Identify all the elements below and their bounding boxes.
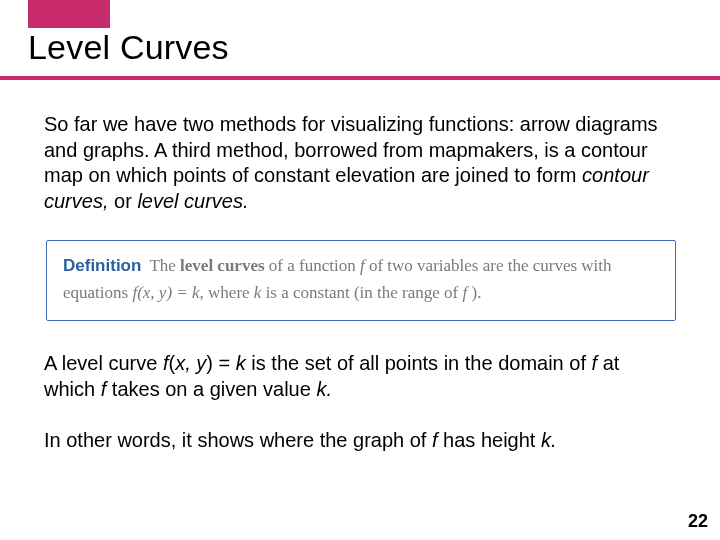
math-var: k: [236, 352, 246, 374]
definition-label: Definition: [63, 256, 141, 275]
math-eq: f(x, y) = k: [132, 283, 199, 302]
text: has height: [438, 429, 541, 451]
math-var: k.: [541, 429, 557, 451]
text: of a function: [265, 256, 360, 275]
math-var: k.: [316, 378, 332, 400]
explanation-paragraph-1: A level curve f(x, y) = k is the set of …: [44, 351, 676, 402]
text: is the set of all points in the domain o…: [246, 352, 592, 374]
accent-block: [28, 0, 110, 28]
text: or: [108, 190, 137, 212]
slide-header: Level Curves: [0, 0, 720, 90]
explanation-paragraph-2: In other words, it shows where the graph…: [44, 428, 676, 454]
text: is a constant (in the range of: [261, 283, 462, 302]
intro-paragraph: So far we have two methods for visualizi…: [44, 112, 676, 214]
text: , where: [200, 283, 254, 302]
page-title: Level Curves: [28, 28, 229, 67]
text: So far we have two methods for visualizi…: [44, 113, 658, 186]
text: In other words, it shows where the graph…: [44, 429, 432, 451]
italic-term: level curves.: [137, 190, 248, 212]
text: ).: [467, 283, 481, 302]
slide-content: So far we have two methods for visualizi…: [0, 90, 720, 454]
math-var: x, y: [175, 352, 206, 374]
definition-box: DefinitionThe level curves of a function…: [46, 240, 676, 321]
page-number: 22: [688, 511, 708, 532]
bold-term: level curves: [180, 256, 265, 275]
text: takes on a given value: [106, 378, 316, 400]
text: ) =: [206, 352, 235, 374]
text: A level curve: [44, 352, 163, 374]
text: The: [149, 256, 180, 275]
title-underline: [0, 76, 720, 80]
